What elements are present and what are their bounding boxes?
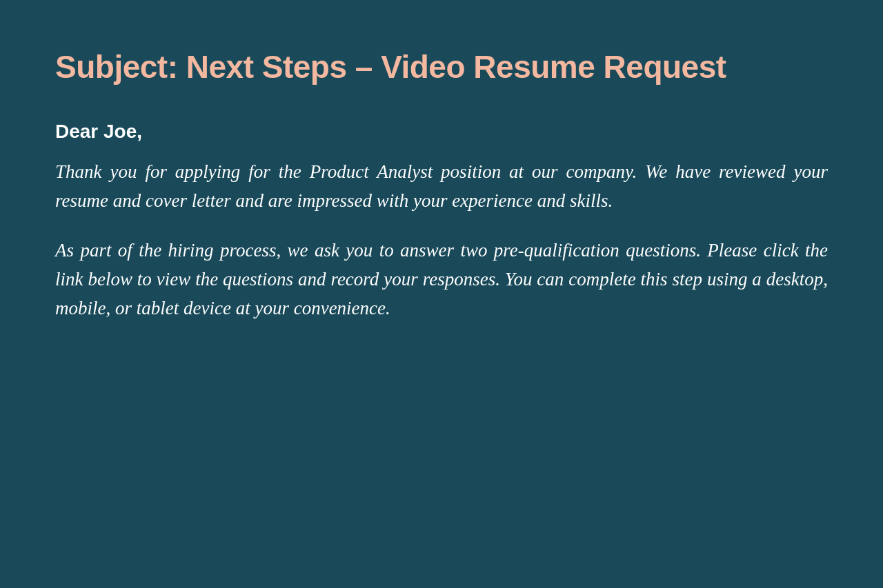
email-greeting: Dear Joe,: [55, 121, 828, 143]
email-paragraph-1: Thank you for applying for the Product A…: [55, 158, 828, 216]
email-container: Subject: Next Steps – Video Resume Reque…: [0, 0, 883, 385]
email-paragraph-2: As part of the hiring process, we ask yo…: [55, 236, 828, 323]
email-subject: Subject: Next Steps – Video Resume Reque…: [55, 48, 828, 86]
